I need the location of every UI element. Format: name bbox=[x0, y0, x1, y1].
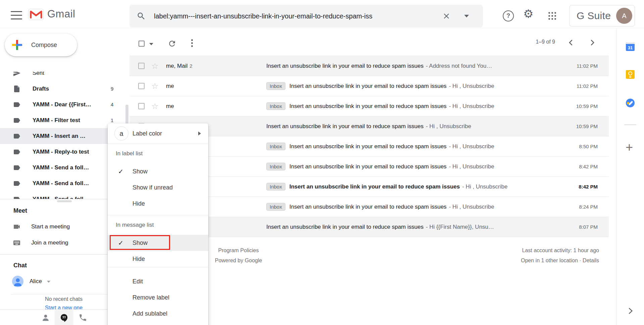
meet-resize-handle[interactable] bbox=[57, 200, 72, 202]
menu-item[interactable]: ✓ Show bbox=[108, 235, 208, 251]
submenu-arrow-icon bbox=[198, 131, 201, 136]
google-keep-icon[interactable] bbox=[626, 70, 635, 79]
hamburger-menu-icon[interactable] bbox=[11, 11, 22, 21]
contacts-person-icon[interactable] bbox=[41, 313, 50, 322]
older-page-chevron-icon[interactable] bbox=[588, 38, 597, 47]
google-calendar-icon[interactable]: 31 bbox=[626, 42, 635, 51]
sidebar-label-text: YAMM - Filter test bbox=[33, 117, 80, 124]
more-options-icon[interactable] bbox=[191, 39, 193, 48]
inbox-chip: Inbox bbox=[266, 203, 285, 211]
phone-icon[interactable] bbox=[78, 313, 87, 322]
search-options-caret-icon[interactable] bbox=[464, 15, 469, 17]
star-icon[interactable]: ☆ bbox=[151, 102, 160, 110]
star-icon[interactable]: ☆ bbox=[151, 62, 160, 70]
account-avatar[interactable]: A bbox=[616, 8, 632, 24]
select-all-checkbox[interactable] bbox=[139, 41, 145, 47]
email-subject-area: Insert an unsubscribe link in your email… bbox=[266, 63, 562, 69]
email-row[interactable]: ☆ me Inbox Insert an unsubscribe link in… bbox=[129, 76, 609, 96]
search-input[interactable]: label:yamm---insert-an-unsubscribe-link-… bbox=[154, 12, 442, 20]
google-apps-grid-icon[interactable] bbox=[548, 11, 557, 20]
newer-page-chevron-icon[interactable] bbox=[566, 38, 576, 47]
email-sender: me bbox=[166, 83, 266, 90]
sidebar-label-text: YAMM - Dear {{First… bbox=[33, 101, 91, 108]
clear-search-icon[interactable] bbox=[442, 12, 451, 20]
unread-count: 4 bbox=[111, 102, 113, 107]
star-icon[interactable]: ☆ bbox=[151, 82, 160, 90]
email-snippet: - Hi {{First Name}}, Unsu… bbox=[426, 224, 494, 230]
menu-item-label-color[interactable]: a Label color bbox=[108, 123, 208, 144]
sidebar-label-text: Drafts bbox=[33, 86, 49, 92]
label-tag-icon bbox=[13, 116, 21, 124]
row-checkbox[interactable] bbox=[138, 83, 145, 89]
menu-item-label: Show if unread bbox=[132, 184, 173, 191]
label-tag-icon bbox=[13, 148, 21, 156]
menu-item-label: Hide bbox=[132, 200, 145, 207]
sidebar-label-text: YAMM - Send a foll… bbox=[33, 180, 89, 187]
right-side-panel: 31 + bbox=[616, 28, 644, 325]
add-addon-plus-icon[interactable]: + bbox=[626, 141, 633, 154]
menu-item[interactable]: ✓ Add sublabel bbox=[108, 306, 208, 322]
menu-item[interactable]: ✓ Hide bbox=[108, 251, 208, 267]
search-bar[interactable]: label:yamm---insert-an-unsubscribe-link-… bbox=[129, 5, 483, 28]
help-icon[interactable]: ? bbox=[503, 10, 514, 21]
email-snippet: - Hi , Unsubscribe bbox=[449, 83, 494, 90]
thread-count: 2 bbox=[190, 63, 192, 69]
hangouts-chat-icon[interactable] bbox=[60, 313, 68, 322]
email-subject: Insert an unsubscribe link in your email… bbox=[289, 183, 460, 190]
draft-file-icon bbox=[13, 85, 21, 93]
pagination-range: 1–9 of 9 bbox=[536, 28, 555, 56]
email-subject-area: Inbox Insert an unsubscribe link in your… bbox=[266, 203, 562, 211]
row-checkbox[interactable] bbox=[138, 63, 145, 69]
email-time: 8:24 PM bbox=[562, 204, 609, 210]
row-checkbox[interactable] bbox=[138, 103, 145, 109]
email-sender: me, Mail2 bbox=[166, 63, 266, 69]
compose-plus-icon bbox=[11, 39, 23, 51]
search-icon[interactable] bbox=[137, 11, 146, 21]
settings-gear-icon[interactable]: ⚙ bbox=[523, 8, 533, 19]
email-subject-area: Inbox Insert an unsubscribe link in your… bbox=[266, 143, 562, 150]
label-tag-icon bbox=[13, 179, 21, 187]
chat-section-title: Chat bbox=[13, 262, 27, 269]
email-subject-area: Inbox Insert an unsubscribe link in your… bbox=[266, 183, 562, 191]
email-subject: Insert an unsubscribe link in your email… bbox=[266, 63, 424, 69]
chat-user-caret-icon[interactable] bbox=[47, 281, 50, 283]
last-activity-text: Last account activity: 1 hour ago bbox=[458, 246, 599, 256]
compose-button[interactable]: Compose bbox=[5, 34, 77, 56]
sidebar-label-text: YAMM - Reply-to test bbox=[33, 149, 89, 155]
chat-user-avatar bbox=[12, 276, 23, 287]
refresh-icon[interactable] bbox=[168, 39, 176, 48]
menu-actions: ✓ Edit ✓ Remove label ✓ Add sublabel bbox=[108, 267, 208, 322]
open-location-details-link[interactable]: Open in 1 other location · Details bbox=[458, 256, 599, 266]
inbox-chip: Inbox bbox=[266, 183, 285, 191]
email-row[interactable]: ☆ me, Mail2 Insert an unsubscribe link i… bbox=[129, 56, 609, 76]
sidebar-label-item[interactable]: Drafts 9 bbox=[0, 81, 129, 97]
menu-item[interactable]: ✓ Remove label bbox=[108, 289, 208, 306]
menu-item[interactable]: ✓ Show if unread bbox=[108, 179, 208, 196]
annotation-red-box bbox=[110, 235, 170, 250]
gsuite-account-badge[interactable]: G Suite A bbox=[569, 5, 635, 26]
sidebar-label-item[interactable]: YAMM - Dear {{First… 4 bbox=[0, 97, 129, 112]
email-snippet: - Address not found You… bbox=[426, 63, 492, 69]
menu-item[interactable]: ✓ Edit bbox=[108, 273, 208, 289]
email-subject: Insert an unsubscribe link in your email… bbox=[266, 123, 424, 130]
email-time: 8:42 PM bbox=[562, 184, 609, 189]
menu-item[interactable]: ✓ Show bbox=[108, 163, 208, 179]
gmail-logo-icon bbox=[28, 8, 44, 20]
menu-section-items: ✓ Show ✓ Show if unread ✓ Hide bbox=[108, 163, 208, 212]
label-context-menu: a Label color In label list ✓ Show ✓ Sho… bbox=[108, 123, 208, 325]
email-snippet: - Hi , Unsubscribe bbox=[462, 183, 507, 190]
video-camera-icon bbox=[13, 223, 21, 231]
menu-section-items: ✓ Show ✓ Hide bbox=[108, 235, 208, 267]
select-options-caret-icon[interactable] bbox=[149, 43, 153, 45]
keyboard-icon bbox=[13, 239, 21, 247]
email-row[interactable]: ☆ me Inbox Insert an unsubscribe link in… bbox=[129, 96, 609, 116]
email-time: 8:07 PM bbox=[562, 224, 609, 230]
expand-panel-chevron-icon[interactable] bbox=[626, 306, 635, 316]
google-tasks-icon[interactable] bbox=[626, 99, 635, 107]
email-subject-area: Inbox Insert an unsubscribe link in your… bbox=[266, 102, 562, 110]
label-tag-icon bbox=[13, 164, 21, 172]
email-time: 11:02 PM bbox=[562, 63, 609, 69]
menu-item[interactable]: ✓ Hide bbox=[108, 196, 208, 212]
inbox-chip: Inbox bbox=[266, 82, 285, 90]
email-subject-area: Insert an unsubscribe link in your email… bbox=[266, 224, 562, 230]
